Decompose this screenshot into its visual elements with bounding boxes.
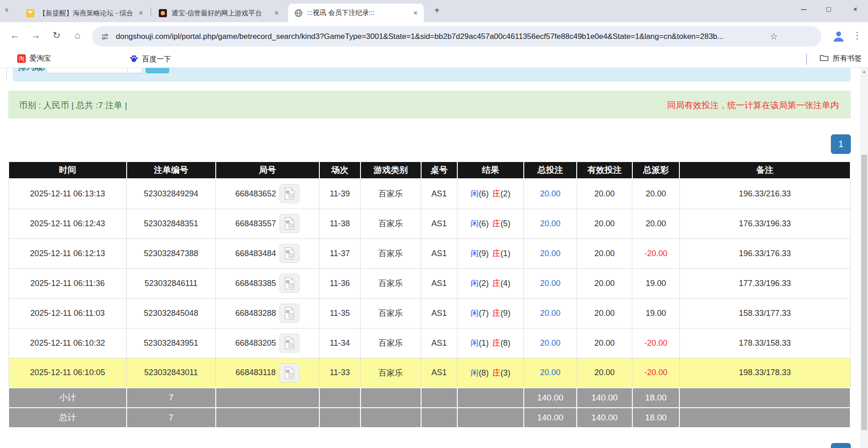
round-id-text: 668483484 — [235, 249, 276, 258]
video-replay-icon[interactable] — [280, 274, 299, 293]
cell-result: 闲(6)庄(5) — [457, 209, 524, 238]
home-icon[interactable]: ⌂ — [71, 30, 84, 41]
cell-total-bet-link[interactable]: 20.00 — [524, 298, 577, 328]
player-label: 闲 — [470, 279, 479, 288]
cell-bet-id: 523032846111 — [127, 268, 216, 298]
cell-valid-bet: 20.00 — [577, 298, 632, 328]
summary-empty-game — [360, 388, 421, 408]
cell-game-type: 百家乐 — [360, 238, 421, 268]
url-text[interactable]: dongshouji.com/ipl/portal.php/game/betre… — [116, 32, 785, 41]
scroll-up-icon[interactable]: ▲ — [860, 69, 868, 74]
cell-total-bet-link[interactable]: 20.00 — [524, 209, 577, 238]
pagination-page-1[interactable]: 1 — [831, 134, 851, 154]
video-replay-icon[interactable] — [280, 363, 299, 382]
summary-valid-bet: 140.00 — [577, 408, 632, 428]
cell-table-no: AS1 — [421, 209, 457, 238]
cell-total-bet-link[interactable]: 20.00 — [524, 238, 577, 268]
cell-table-no: AS1 — [421, 179, 457, 209]
panel-edge — [6, 68, 7, 81]
cell-payout: 20.00 — [632, 179, 679, 209]
bookmark-taobao[interactable]: 淘 爱淘宝 — [17, 54, 51, 63]
sort-order-input[interactable] — [46, 68, 128, 73]
player-label: 闲 — [470, 368, 479, 377]
bookmark-star-icon[interactable]: ☆ — [770, 31, 778, 42]
cell-total-bet-link[interactable]: 20.00 — [524, 268, 577, 298]
folder-icon — [820, 54, 829, 63]
back-icon[interactable]: ← — [8, 30, 22, 41]
pagination-page-1-bottom[interactable]: 1 — [831, 443, 851, 448]
cell-remark: 198.33/178.33 — [679, 358, 850, 388]
cell-round-id: 668483652 — [216, 179, 319, 209]
video-replay-icon[interactable] — [280, 184, 299, 203]
cell-total-bet-link[interactable]: 20.00 — [524, 179, 577, 209]
cell-total-bet-link[interactable]: 20.00 — [524, 328, 577, 358]
summary-row: 总计7140.00140.0018.00 — [9, 408, 850, 428]
column-header: 总投注 — [524, 162, 577, 179]
minimize-button[interactable]: ─ — [797, 5, 811, 14]
close-tab-icon[interactable]: × — [412, 9, 419, 17]
video-replay-icon[interactable] — [280, 214, 299, 233]
new-tab-button[interactable]: + — [431, 5, 443, 16]
tab-search-chevron-icon[interactable]: ∨ — [5, 6, 9, 13]
bookmark-baidu[interactable]: 百度一下 — [129, 54, 171, 65]
video-replay-icon[interactable] — [280, 244, 299, 263]
scrollbar-thumb[interactable] — [861, 155, 867, 430]
cell-bet-id: 523032843011 — [127, 358, 216, 388]
cell-result: 闲(6)庄(2) — [457, 179, 524, 209]
summary-empty-remark — [679, 388, 850, 408]
maximize-button[interactable]: □ — [822, 5, 835, 14]
table-row: 2025-12-11 06:10:05523032843011668483118… — [9, 358, 850, 388]
browser-tab-1[interactable]: 【新提醒】海燕策略论坛 - 综合 × — [20, 4, 149, 22]
search-button[interactable] — [146, 68, 169, 73]
profile-avatar-icon[interactable] — [830, 28, 847, 44]
cell-session: 11-34 — [319, 328, 360, 358]
close-window-button[interactable]: × — [849, 5, 862, 14]
input-addon[interactable] — [128, 68, 142, 73]
player-score: (9) — [479, 249, 489, 258]
player-label: 闲 — [470, 249, 479, 258]
cell-valid-bet: 20.00 — [577, 209, 632, 238]
cell-remark: 178.33/158.33 — [679, 328, 850, 358]
round-id-group: 668483652 — [235, 184, 299, 203]
cell-payout: -20.00 — [632, 328, 679, 358]
close-tab-icon[interactable]: × — [273, 9, 280, 17]
cell-total-bet-link[interactable]: 20.00 — [524, 358, 577, 388]
player-score: (1) — [479, 338, 489, 348]
player-score: (2) — [479, 279, 489, 288]
cell-session: 11-36 — [319, 268, 360, 298]
cell-bet-id: 523032849294 — [127, 179, 216, 209]
browser-tab-3-active[interactable]: :::视讯 会员下注纪录::: × — [288, 4, 424, 22]
browser-tab-2[interactable]: 通宝-信誉最好的网上游戏平台 × — [152, 4, 285, 22]
cell-time: 2025-12-11 06:13:13 — [9, 179, 127, 209]
tab-title: 【新提醒】海燕策略论坛 - 综合 — [39, 9, 133, 18]
forward-icon[interactable]: → — [29, 30, 43, 41]
browser-menu-icon[interactable]: ⋮ — [852, 30, 862, 41]
bet-table-header-row: 时间注单编号局号场次游戏类别桌号结果总投注有效投注总派彩备注 — [9, 162, 850, 179]
bookmark-label: 百度一下 — [142, 55, 171, 64]
cell-game-type: 百家乐 — [360, 268, 421, 298]
tab-title: 通宝-信誉最好的网上游戏平台 — [171, 9, 268, 18]
banker-label: 庄 — [492, 249, 500, 258]
tab-separator — [151, 7, 151, 16]
banker-score: (5) — [500, 219, 510, 228]
summary-empty-table — [421, 408, 457, 428]
cell-table-no: AS1 — [421, 268, 457, 298]
round-id-group: 668483557 — [235, 214, 299, 233]
video-replay-icon[interactable] — [280, 334, 299, 353]
round-id-group: 668483205 — [235, 334, 299, 353]
cell-remark: 196.33/176.33 — [679, 238, 850, 268]
close-tab-icon[interactable]: × — [137, 9, 145, 17]
banker-label: 庄 — [492, 189, 500, 198]
taobao-icon: 淘 — [17, 54, 26, 63]
all-bookmarks-button[interactable]: 所有书签 — [820, 54, 862, 63]
banker-label: 庄 — [492, 279, 500, 288]
video-replay-icon[interactable] — [280, 304, 299, 323]
round-id-group: 668483288 — [235, 304, 299, 323]
reload-icon[interactable]: ↻ — [50, 30, 63, 41]
address-bar[interactable]: dongshouji.com/ipl/portal.php/game/betre… — [92, 26, 821, 47]
player-label: 闲 — [470, 309, 479, 318]
cell-session: 11-38 — [319, 209, 360, 238]
site-settings-icon[interactable] — [100, 32, 109, 43]
round-id-text: 668483118 — [236, 368, 276, 377]
table-row: 2025-12-11 06:13:13523032849294668483652… — [9, 179, 850, 209]
